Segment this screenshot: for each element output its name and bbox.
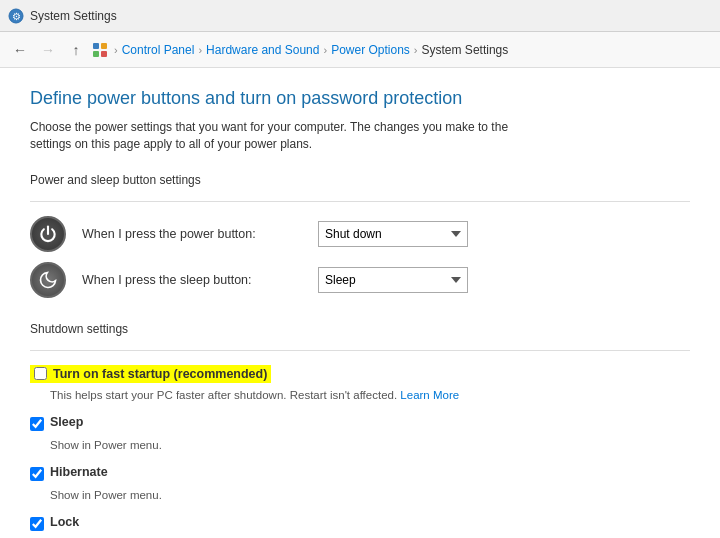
svg-text:⚙: ⚙ [12,11,21,22]
sleep-button-icon [30,262,66,298]
sleep-button-row: When I press the sleep button: Do nothin… [30,262,690,298]
power-button-section-header: Power and sleep button settings [30,173,690,191]
power-button-dropdown[interactable]: Do nothing Sleep Hibernate Shut down Tur… [318,221,468,247]
sleep-button-dropdown[interactable]: Do nothing Sleep Hibernate Shut down Tur… [318,267,468,293]
sleep-description: Show in Power menu. [50,437,690,453]
lock-label: Lock [50,515,79,529]
fast-startup-label: Turn on fast startup (recommended) [53,367,267,381]
section-divider-1 [30,201,690,202]
breadcrumb-power-options[interactable]: Power Options [331,43,410,57]
nav-bar: ← → ↑ › Control Panel › Hardware and Sou… [0,32,720,68]
hibernate-group: Hibernate Show in Power menu. [30,465,690,503]
window-icon: ⚙ [8,8,24,24]
learn-more-link[interactable]: Learn More [400,389,459,401]
svg-rect-2 [93,43,99,49]
svg-rect-4 [93,51,99,57]
sleep-checkbox[interactable] [30,417,44,431]
lock-row: Lock [30,515,690,531]
lock-checkbox[interactable] [30,517,44,531]
power-button-icon [30,216,66,252]
title-bar: ⚙ System Settings [0,0,720,32]
shutdown-settings-section: Shutdown settings Turn on fast startup (… [30,322,690,538]
window-title: System Settings [30,9,117,23]
shutdown-section-header: Shutdown settings [30,322,690,340]
svg-rect-3 [101,43,107,49]
fast-startup-description: This helps start your PC faster after sh… [50,387,690,403]
power-button-row: When I press the power button: Do nothin… [30,216,690,252]
sleep-button-label: When I press the sleep button: [82,273,302,287]
svg-rect-5 [101,51,107,57]
lock-group: Lock Show in account picture menu. [30,515,690,538]
main-content: Define power buttons and turn on passwor… [0,68,720,538]
breadcrumb-control-panel[interactable]: Control Panel [122,43,195,57]
forward-button[interactable]: → [36,38,60,62]
hibernate-label: Hibernate [50,465,108,479]
sleep-label: Sleep [50,415,83,429]
power-button-settings-section: Power and sleep button settings When I p… [30,173,690,298]
breadcrumb-hardware-sound[interactable]: Hardware and Sound [206,43,319,57]
sleep-row: Sleep [30,415,690,431]
back-button[interactable]: ← [8,38,32,62]
hibernate-row: Hibernate [30,465,690,481]
control-panel-icon [92,42,108,58]
page-title: Define power buttons and turn on passwor… [30,88,690,109]
hibernate-checkbox[interactable] [30,467,44,481]
section-divider-2 [30,350,690,351]
power-button-label: When I press the power button: [82,227,302,241]
breadcrumb-system-settings: System Settings [422,43,509,57]
sleep-group: Sleep Show in Power menu. [30,415,690,453]
fast-startup-group: Turn on fast startup (recommended) This … [30,365,690,403]
page-description: Choose the power settings that you want … [30,119,520,153]
fast-startup-checkbox[interactable] [34,367,47,380]
fast-startup-highlighted-row: Turn on fast startup (recommended) [30,365,271,383]
breadcrumb: › Control Panel › Hardware and Sound › P… [92,42,508,58]
up-button[interactable]: ↑ [64,38,88,62]
hibernate-description: Show in Power menu. [50,487,690,503]
